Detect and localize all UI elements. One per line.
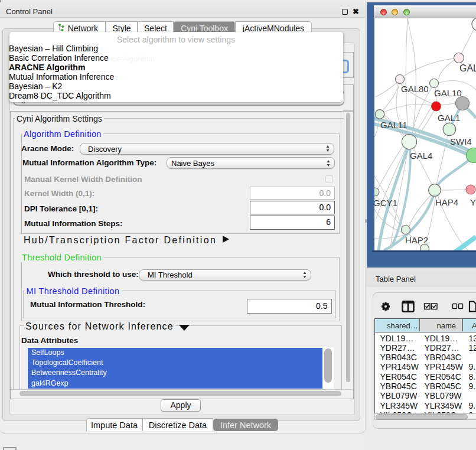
svg-text:HAP2: HAP2 — [405, 235, 428, 245]
svg-text:SWI4: SWI4 — [450, 136, 472, 146]
svg-text:GAL11: GAL11 — [380, 120, 407, 130]
svg-text:Y: Y — [470, 197, 476, 207]
svg-text:GAL: GAL — [459, 63, 476, 73]
svg-text:GAL4: GAL4 — [410, 151, 432, 161]
svg-text:HAP4: HAP4 — [435, 197, 458, 207]
svg-text:GAL80: GAL80 — [401, 84, 429, 94]
svg-text:GAL1: GAL1 — [438, 113, 460, 123]
svg-text:GAL10: GAL10 — [434, 88, 462, 98]
svg-text:GCY1: GCY1 — [374, 198, 397, 208]
